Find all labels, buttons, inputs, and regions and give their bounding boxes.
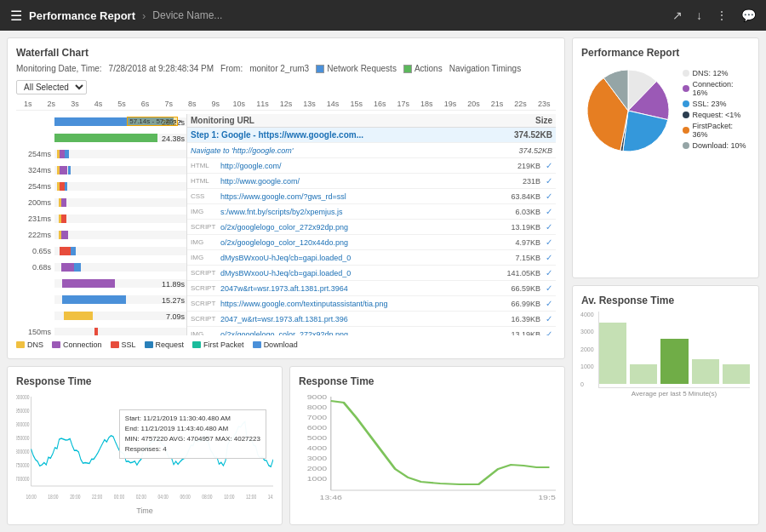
- avg-bar-chart: 40003000200010000: [598, 312, 750, 388]
- url-text[interactable]: https://www.google.com/textinputassistan…: [220, 300, 489, 308]
- url-text[interactable]: o/2x/googlelogo_color_272x92dp.png: [220, 223, 489, 232]
- legend-label: Connection: [63, 340, 102, 349]
- menu-icon[interactable]: ☰: [10, 8, 22, 24]
- waterfall-bar-row: 254ms: [16, 179, 186, 194]
- url-check: ✓: [540, 207, 552, 216]
- url-list: Step 1: Google - https://www.google.com.…: [187, 128, 556, 335]
- bar-track: [54, 263, 186, 272]
- share-icon[interactable]: ↗: [672, 9, 683, 22]
- svg-text:4950000: 4950000: [16, 408, 30, 414]
- download-icon[interactable]: ↓: [696, 9, 702, 22]
- timeline-tick: 2s: [40, 100, 64, 108]
- bar-fill: [61, 198, 66, 207]
- waterfall-bar-row: 24.38s: [16, 130, 186, 146]
- pie-legend-dot: [683, 85, 689, 92]
- bar-time-label: 7.09s: [166, 312, 185, 321]
- more-icon[interactable]: ⋮: [716, 9, 728, 22]
- chat-icon[interactable]: 💬: [741, 9, 756, 22]
- svg-text:02:00: 02:00: [136, 494, 147, 500]
- timeline-tick: 7s: [157, 100, 180, 108]
- url-size: 231B: [489, 177, 540, 186]
- url-text[interactable]: o/2x/googlelogo_color_120x44do.png: [220, 238, 489, 247]
- all-selected-dropdown[interactable]: All Selected: [16, 80, 87, 94]
- avg-bar: [599, 323, 626, 384]
- svg-text:13:46: 13:46: [320, 495, 342, 501]
- url-size: 374.52KB: [501, 146, 552, 155]
- timeline-tick: 9s: [204, 100, 228, 108]
- avg-bar: [660, 339, 688, 384]
- url-table-header: Monitoring URL Size: [187, 114, 556, 128]
- url-text[interactable]: 2047_w&rt=wsr.1973.aft.1381.prt.396: [220, 315, 489, 323]
- avg-y-label: 3000: [580, 329, 594, 335]
- pie-legend-item: Connection: 16%: [683, 80, 750, 97]
- pie-legend-label: SSL: 23%: [693, 100, 727, 108]
- pie-legend-dot: [683, 142, 689, 149]
- timeline-tick: 22s: [509, 100, 533, 108]
- bar-label: 150ms: [16, 328, 54, 335]
- bar-fill: [54, 134, 157, 142]
- url-text[interactable]: Step 1: Google - https://www.google.com.…: [191, 130, 501, 140]
- actions-cb[interactable]: Actions: [403, 64, 443, 73]
- url-text[interactable]: s:/www.fnt.by/scripts/by2/xpemjus.js: [220, 208, 489, 216]
- avg-x-label: Average per last 5 Minute(s): [598, 390, 750, 398]
- url-row: HTMLhttp://www.google.com/231B✓: [187, 174, 556, 189]
- network-requests-cb[interactable]: Network Requests: [316, 64, 397, 73]
- avg-response-title: Av. Response Time: [581, 295, 750, 306]
- url-check: ✓: [540, 253, 552, 262]
- topbar: ☰ Performance Report › Device Name... ↗ …: [0, 0, 766, 31]
- waterfall-bar-row: 11.89s: [16, 276, 186, 291]
- url-text[interactable]: https://www.google.com/?gws_rd=ssl: [220, 192, 489, 201]
- url-size: 4.97KB: [489, 238, 540, 247]
- pie-legend-item: FirstPacket: 36%: [683, 122, 750, 139]
- avg-bar: [630, 364, 657, 384]
- timeline-ruler: 1s2s3s4s5s6s7s8s9s10s11s12s13s14s15s16s1…: [16, 100, 556, 111]
- from-label: From:: [220, 64, 243, 73]
- url-text[interactable]: http://www.google.com/: [220, 177, 489, 186]
- legend-label: First Packet: [203, 340, 244, 349]
- network-label: Network Requests: [327, 64, 397, 73]
- url-text[interactable]: http://google.com/: [220, 162, 489, 170]
- pie-legend-label: Download: 10%: [693, 141, 746, 150]
- pie-legend-item: DNS: 12%: [683, 69, 750, 77]
- url-size: 141.05KB: [489, 269, 540, 277]
- avg-bar: [692, 359, 719, 383]
- url-text[interactable]: dMysBWxooU-hJeq/cb=gapi.loaded_0: [220, 269, 489, 277]
- bar-label: 200ms: [16, 198, 54, 207]
- pie-legend-dot: [683, 70, 689, 77]
- url-check: ✓: [540, 237, 552, 247]
- actions-cb-box: [403, 65, 412, 73]
- bar-fill: [61, 215, 66, 223]
- url-text[interactable]: dMysBWxooU-hJeq/cb=gapi.loaded_0: [220, 254, 489, 262]
- url-row: IMGo/2x/googlelogo_color_120x44do.png4.9…: [187, 235, 556, 250]
- svg-text:08:00: 08:00: [202, 494, 213, 500]
- waterfall-bar-row: 150ms: [16, 324, 186, 335]
- url-row: SCRIPTdMysBWxooU-hJeq/cb=gapi.loaded_014…: [187, 266, 556, 281]
- bar-track: [54, 166, 186, 174]
- timeline-tick: 1s: [16, 100, 40, 108]
- resp-left-chart: 5000000495000049000004850000480000047500…: [16, 392, 273, 503]
- legend-item: Request: [145, 340, 185, 349]
- waterfall-bar-row: 200ms: [16, 195, 186, 210]
- url-text[interactable]: Navigate to 'http://google.com': [191, 146, 501, 155]
- page-title: Performance Report: [29, 9, 135, 22]
- bar-track: 11.89s: [54, 279, 186, 288]
- url-text[interactable]: 2047w&rt=wsr.1973.aft.1381.prt.3964: [220, 284, 489, 293]
- bar-time-label: 11.89s: [162, 280, 185, 289]
- svg-text:6000: 6000: [307, 425, 328, 432]
- svg-text:00:00: 00:00: [114, 494, 125, 500]
- bar-track: [54, 150, 186, 158]
- waterfall-panel: Waterfall Chart Monitoring Date, Time: 7…: [7, 37, 565, 359]
- timeline-tick: 18s: [415, 100, 439, 108]
- svg-text:9000: 9000: [307, 394, 328, 401]
- resp-left-title: Response Time: [16, 375, 273, 387]
- waterfall-bar-row: 231ms: [16, 211, 186, 226]
- bar-track: 24.38s: [54, 134, 186, 142]
- timeline-tick: 8s: [180, 100, 204, 108]
- url-check: ✓: [540, 192, 552, 201]
- url-text[interactable]: o/2x/googlelogo_color_272x92dp.png: [220, 330, 489, 336]
- svg-text:4750000: 4750000: [16, 462, 30, 468]
- url-size: 13.19KB: [489, 223, 540, 232]
- legend-dot: [52, 341, 60, 348]
- timeline-tick: 10s: [227, 100, 251, 108]
- legend-dot: [253, 341, 261, 348]
